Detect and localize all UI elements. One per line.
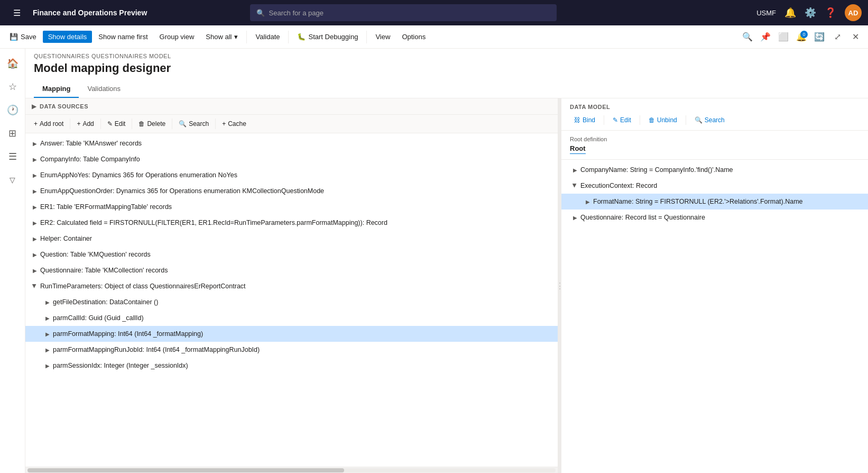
bind-label: Bind	[583, 116, 595, 124]
add-root-button[interactable]: + Add root	[30, 118, 68, 130]
tree-item[interactable]: ▶ Answer: Table 'KMAnswer' records	[25, 135, 558, 151]
dm-root-section: Root definition Root	[561, 131, 868, 160]
tree-item-label: parmFormatMappingRunJobId: Int64 (Int64 …	[53, 346, 553, 353]
separator-2	[288, 31, 289, 43]
toolbar-sep-2	[100, 119, 101, 129]
tree-item-label: parmSessionIdx: Integer (Integer _sessio…	[53, 362, 553, 369]
dm-search-button[interactable]: 🔍 Search	[690, 114, 729, 126]
clock-icon[interactable]: 🕐	[2, 99, 23, 121]
tree-item[interactable]: ▶ EnumAppNoYes: Dynamics 365 for Operati…	[25, 167, 558, 183]
bind-button[interactable]: ⛓ Bind	[570, 114, 599, 126]
show-name-first-button[interactable]: Show name first	[93, 31, 153, 43]
save-button[interactable]: 💾 Save	[4, 31, 42, 43]
chevron-icon: ▶	[570, 165, 580, 175]
list-icon[interactable]: ☰	[2, 146, 23, 167]
tree-item[interactable]: ▶ CompanyInfo: Table CompanyInfo	[25, 151, 558, 167]
tree-item[interactable]: ▶ parmSessionIdx: Integer (Integer _sess…	[25, 358, 558, 374]
scroll-thumb[interactable]	[27, 468, 344, 472]
expand-chevron-icon[interactable]: ▶	[32, 103, 36, 110]
unbind-button[interactable]: 🗑 Unbind	[644, 114, 681, 126]
close-icon-button[interactable]: ✕	[847, 29, 864, 46]
cache-label: Cache	[228, 120, 246, 128]
expand-panel-icon-button[interactable]: ⬜	[775, 29, 792, 46]
page-tabs: Mapping Validations	[34, 80, 860, 98]
unbind-trash-icon: 🗑	[649, 116, 655, 124]
start-debugging-label: Start Debugging	[308, 33, 358, 41]
tree-item-label: Answer: Table 'KMAnswer' records	[40, 140, 553, 147]
show-all-button[interactable]: Show all ▾	[200, 31, 243, 43]
dm-item-label: ExecutionContext: Record	[580, 182, 864, 189]
start-debugging-button[interactable]: 🐛 Start Debugging	[292, 31, 363, 43]
view-label: View	[375, 33, 390, 41]
add-root-label: Add root	[40, 120, 63, 128]
global-search-bar[interactable]: 🔍 Search for a page	[250, 4, 557, 21]
tree-item[interactable]: ▶ Helper: Container	[25, 231, 558, 247]
tree-item[interactable]: ▶ Questionnaire: Table 'KMCollection' re…	[25, 262, 558, 278]
user-avatar[interactable]: AD	[845, 4, 862, 21]
edit-button[interactable]: ✎ Edit	[103, 118, 130, 130]
breadcrumb: QUESTIONNAIRES QUESTIONNAIRES MODEL	[34, 53, 860, 59]
top-nav: ☰ Finance and Operations Preview 🔍 Searc…	[0, 0, 868, 25]
panel-title: DATA SOURCES	[40, 103, 88, 110]
toolbar-sep-3	[132, 119, 132, 129]
tree-item[interactable]: ▶ Question: Table 'KMQuestion' records	[25, 247, 558, 262]
panels: ▶ DATA SOURCES + Add root + Add ✎	[25, 98, 868, 473]
command-bar: 💾 Save Show details Show name first Grou…	[0, 25, 868, 49]
tree-item[interactable]: ▶ RunTimeParameters: Object of class Que…	[25, 278, 558, 294]
add-button[interactable]: + Add	[72, 118, 98, 130]
chevron-icon: ▶	[30, 170, 40, 180]
dm-root-value: Root	[570, 144, 586, 154]
dm-tree-item[interactable]: ▶ Questionnaire: Record list = Questionn…	[561, 210, 868, 225]
validate-button[interactable]: Validate	[250, 31, 285, 43]
dm-edit-icon: ✎	[613, 116, 618, 124]
chevron-icon: ▶	[30, 281, 40, 292]
filter-icon[interactable]: ▽	[2, 169, 23, 190]
view-button[interactable]: View	[370, 31, 395, 43]
dm-item-label: Questionnaire: Record list = Questionnai…	[580, 214, 864, 221]
search-placeholder: Search for a page	[269, 9, 324, 17]
cache-button[interactable]: + Cache	[218, 118, 251, 130]
tree-item[interactable]: ▶ parmFormatMappingRunJobId: Int64 (Int6…	[25, 342, 558, 358]
refresh-icon-button[interactable]: 🔄	[811, 29, 828, 46]
tree-item[interactable]: ▶ getFileDestination: DataContainer ()	[25, 294, 558, 310]
dm-tree-item-selected[interactable]: ▶ FormatName: String = FIRSTORNULL (ER2.…	[561, 194, 868, 210]
search-button[interactable]: 🔍 Search	[174, 118, 213, 130]
tree-item-selected[interactable]: ▶ parmFormatMapping: Int64 (Int64 _forma…	[25, 326, 558, 342]
horizontal-scrollbar[interactable]	[25, 467, 558, 473]
delete-button[interactable]: 🗑 Delete	[134, 118, 170, 130]
chevron-icon: ▶	[30, 233, 40, 244]
dm-tree-item[interactable]: ▶ CompanyName: String = CompanyInfo.'fin…	[561, 162, 868, 178]
search-icon: 🔍	[256, 9, 265, 17]
tree-item[interactable]: ▶ EnumAppQuestionOrder: Dynamics 365 for…	[25, 183, 558, 199]
tree-item[interactable]: ▶ ER1: Table 'ERFormatMappingTable' reco…	[25, 199, 558, 215]
tree-item-label: EnumAppNoYes: Dynamics 365 for Operation…	[40, 171, 553, 179]
chevron-icon: ▶	[583, 196, 593, 207]
tab-validations[interactable]: Validations	[79, 80, 129, 98]
tree-item[interactable]: ▶ parmCallId: Guid (Guid _callId)	[25, 310, 558, 326]
grid-icon[interactable]: ⊞	[2, 123, 23, 144]
page-title: Model mapping designer	[34, 61, 860, 75]
chevron-icon: ▶	[42, 313, 53, 323]
pin-icon-button[interactable]: 📌	[757, 29, 774, 46]
options-button[interactable]: Options	[396, 31, 431, 43]
home-icon[interactable]: 🏠	[2, 53, 23, 74]
notification-badge-button[interactable]: 🔔 0	[793, 29, 810, 46]
tree-item[interactable]: ▶ ER2: Calculated field = FIRSTORNULL(FI…	[25, 215, 558, 231]
fullscreen-icon-button[interactable]: ⤢	[829, 29, 846, 46]
show-details-button[interactable]: Show details	[43, 31, 93, 43]
notification-bell-icon[interactable]: 🔔	[784, 7, 796, 19]
star-icon[interactable]: ☆	[2, 76, 23, 97]
tab-mapping[interactable]: Mapping	[34, 80, 79, 98]
options-label: Options	[402, 33, 426, 41]
chevron-icon: ▶	[42, 297, 53, 307]
dm-edit-button[interactable]: ✎ Edit	[608, 114, 635, 126]
dm-tree-item[interactable]: ▶ ExecutionContext: Record	[561, 178, 868, 194]
hamburger-menu-icon[interactable]: ☰	[6, 2, 27, 23]
settings-gear-icon[interactable]: ⚙️	[805, 7, 816, 19]
delete-trash-icon: 🗑	[138, 120, 145, 128]
separator-3	[366, 31, 367, 43]
chevron-icon: ▶	[570, 212, 580, 223]
help-question-icon[interactable]: ❓	[825, 7, 836, 19]
group-view-button[interactable]: Group view	[154, 31, 200, 43]
search-icon-button[interactable]: 🔍	[739, 29, 756, 46]
